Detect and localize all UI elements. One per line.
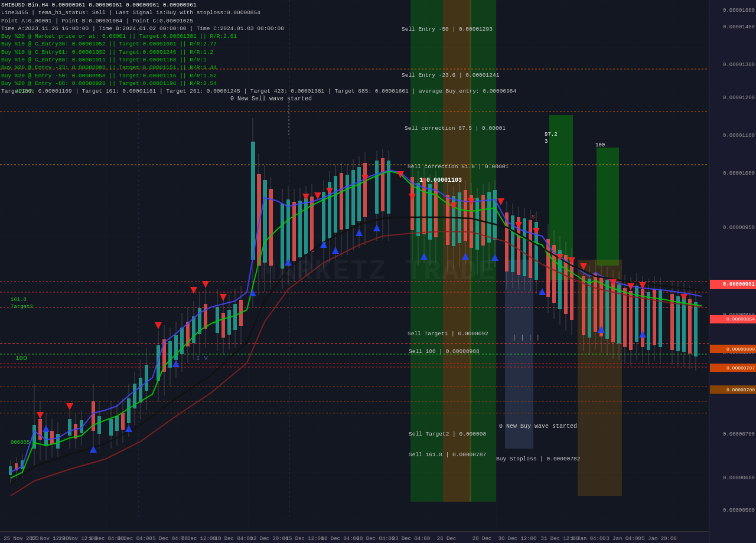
svg-rect-77 xyxy=(192,316,195,343)
svg-rect-193 xyxy=(605,280,609,339)
signal-line: Line3455 | tema_h1_status: Sell | Last S… xyxy=(1,9,516,17)
svg-rect-97 xyxy=(263,180,267,263)
time-label-10: 15 Dec 12:00 xyxy=(286,536,324,542)
time-label-15: 28 Dec xyxy=(472,536,491,542)
buy-line3: Buy %10 @ C_Entry61: 0.00001032 || Targe… xyxy=(1,48,516,56)
target2-price-badge: 0.00000800 xyxy=(710,345,756,353)
stoploss-price-badge: 0.00000854 xyxy=(710,315,756,323)
svg-rect-25 xyxy=(9,466,12,475)
svg-rect-107 xyxy=(298,201,302,257)
svg-rect-95 xyxy=(257,174,261,266)
svg-rect-183 xyxy=(570,261,573,320)
svg-rect-169 xyxy=(523,218,526,276)
svg-rect-39 xyxy=(56,434,60,449)
svg-rect-85 xyxy=(221,313,225,338)
svg-rect-51 xyxy=(109,419,113,436)
price-label-500: 0.00000500 xyxy=(723,508,755,513)
extra-price-badge: 0.00000700 xyxy=(710,385,756,394)
svg-rect-7 xyxy=(597,148,619,266)
targets-line: Target100: 0.00001109 | Target 161: 0.00… xyxy=(1,87,516,95)
svg-rect-41 xyxy=(68,419,71,436)
buy-line4: Buy %10 @ C_Entry88: 0.00001011 || Targe… xyxy=(1,56,516,64)
time-label-8: 10 Dec 04:00 xyxy=(215,536,253,542)
svg-text:161.8: 161.8 xyxy=(11,297,27,303)
svg-rect-221 xyxy=(694,302,698,356)
svg-rect-203 xyxy=(635,286,638,342)
buy-line6: Buy %20 @ Entry -50: 0.00000958 || Targe… xyxy=(1,72,516,80)
price-label-1000: 0.00001000 xyxy=(723,171,755,176)
svg-rect-131 xyxy=(381,158,384,211)
time-label-9: 12 Dec 20:00 xyxy=(250,536,289,542)
price-label-700: 0.00000700 xyxy=(723,431,755,437)
time-label-12: 20 Dec 04:00 xyxy=(357,536,395,542)
sell161-price-badge: 0.00000787 xyxy=(710,364,756,372)
time-axis: 25 Nov 2023 27 Nov 12:00 29 Nov 12:00 1 … xyxy=(0,531,709,543)
svg-rect-129 xyxy=(375,161,379,214)
svg-rect-103 xyxy=(286,199,290,261)
svg-text:Sell correction 61.8 | 0.00001: Sell correction 61.8 | 0.00001 xyxy=(408,163,509,170)
svg-rect-117 xyxy=(334,176,337,233)
time-label-18: 1 Jan 04:00 xyxy=(571,536,605,542)
svg-rect-71 xyxy=(174,335,178,360)
time-label-11: 18 Dec 04:00 xyxy=(321,536,360,542)
chart-info-panel: SHIBUSD-Bin.H4 0.00000961 0.00000961 0.0… xyxy=(1,1,516,96)
svg-text:Sell 100 | 0.00000908: Sell 100 | 0.00000908 xyxy=(409,348,480,355)
svg-text:S: S xyxy=(532,214,535,220)
time-label-13: 23 Dec 04:00 xyxy=(392,536,431,542)
svg-rect-181 xyxy=(564,255,568,314)
svg-rect-207 xyxy=(647,292,650,350)
svg-rect-161 xyxy=(493,190,497,240)
svg-rect-81 xyxy=(204,304,207,329)
svg-rect-49 xyxy=(97,416,101,434)
svg-rect-155 xyxy=(475,198,479,250)
ticker-line: SHIBUSD-Bin.H4 0.00000961 0.00000961 0.0… xyxy=(1,1,516,9)
price-label-600: 0.00000600 xyxy=(723,475,755,481)
time-label-16: 30 Dec 12:00 xyxy=(498,536,537,542)
svg-rect-87 xyxy=(227,310,231,335)
svg-rect-37 xyxy=(50,431,54,444)
svg-rect-93 xyxy=(251,142,255,260)
svg-rect-151 xyxy=(464,190,467,241)
current-price-badge: 0.00000961 xyxy=(710,280,756,289)
svg-text:000805: 000805 xyxy=(11,440,30,446)
svg-rect-137 xyxy=(416,183,420,236)
svg-rect-83 xyxy=(216,307,219,333)
svg-text:0 New Buy Wave started: 0 New Buy Wave started xyxy=(499,423,577,430)
svg-text:97.2: 97.2 xyxy=(545,132,558,138)
svg-rect-121 xyxy=(346,175,349,229)
buy-line2: Buy %10 @ C_Entry38: 0.00001052 || Targe… xyxy=(1,40,516,48)
buy-line7: Buy %20 @ Entry -88: 0.00000926 || Targe… xyxy=(1,80,516,87)
buy-line5: Buy %20 @ Entry -23: 0.00000098 || Targe… xyxy=(1,64,516,71)
svg-text:Sell Target1 | 0.0000092: Sell Target1 | 0.0000092 xyxy=(408,331,488,337)
svg-text:Buy Stoploss | 0.00000782: Buy Stoploss | 0.00000782 xyxy=(496,456,581,462)
svg-rect-185 xyxy=(582,276,585,335)
price-label-1100: 0.00001100 xyxy=(723,133,755,139)
svg-text:Sell Target2 | 0.000008: Sell Target2 | 0.000008 xyxy=(409,431,486,437)
time-label-20: 5 Jan 20:00 xyxy=(641,536,676,542)
svg-text:| | | |: | | | | xyxy=(513,334,540,341)
price-axis: 0.00001600 0.00001400 0.00001300 0.00001… xyxy=(709,0,756,543)
chart-container: MARKETZ TRADE xyxy=(0,0,756,543)
price-label-1600: 0.00001600 xyxy=(723,8,755,14)
svg-text:100: 100 xyxy=(15,355,27,362)
svg-rect-105 xyxy=(292,202,296,261)
points-line: Point A:0.00001 | Point B:0.00001084 | P… xyxy=(1,17,516,25)
svg-rect-119 xyxy=(340,173,343,230)
svg-rect-69 xyxy=(168,341,172,368)
svg-rect-157 xyxy=(481,195,485,246)
svg-rect-99 xyxy=(269,189,273,266)
time-label-7: 7 Dec 12:00 xyxy=(181,536,216,542)
svg-rect-89 xyxy=(233,304,237,330)
svg-text:I V: I V xyxy=(196,355,208,362)
time-label-19: 3 Jan 04:00 xyxy=(606,536,641,542)
svg-rect-187 xyxy=(588,279,591,338)
svg-rect-127 xyxy=(363,163,367,217)
svg-rect-199 xyxy=(623,288,627,347)
svg-rect-123 xyxy=(351,170,355,225)
price-label-950: 0.00000950 xyxy=(723,225,755,231)
svg-rect-125 xyxy=(357,167,361,221)
time-line: Time A:2023.11.26 16:00:00 | Time B:2024… xyxy=(1,25,516,32)
svg-rect-133 xyxy=(387,161,390,214)
price-label-top: 0.00001400 xyxy=(723,24,755,30)
time-label-5: 3 Dec 04:00 xyxy=(117,536,152,542)
